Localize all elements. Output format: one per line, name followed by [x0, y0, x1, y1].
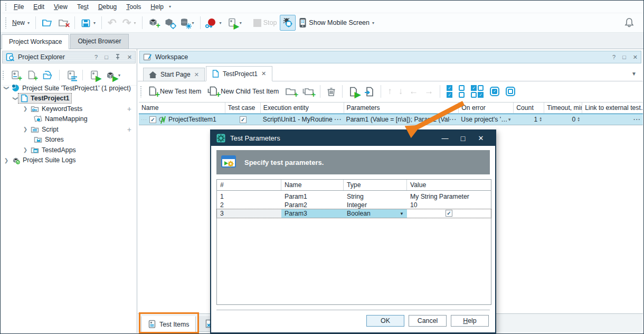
menu-file[interactable]: File [9, 2, 29, 12]
new-child-test-item-button[interactable]: + New Child Test Item [205, 85, 281, 98]
column-header-link-external[interactable]: Link to external test… [582, 103, 643, 113]
column-header-name[interactable]: Name [139, 103, 225, 113]
parameter-row-2[interactable]: 2 Param2 Integer 10 [217, 201, 491, 209]
boolean-value-checkbox-checked[interactable]: ✓ [446, 210, 452, 217]
notifications-button[interactable] [621, 15, 637, 31]
col-number[interactable]: # [217, 180, 281, 190]
pin-icon[interactable] [115, 54, 120, 60]
delete-button[interactable] [324, 84, 338, 99]
execution-entity-value[interactable]: Script\Unit1 - MyRoutine [263, 116, 335, 123]
stop-button[interactable]: Stop [251, 15, 280, 31]
organize-items-button[interactable] [64, 67, 78, 83]
caret-icon[interactable]: ❯ [22, 126, 29, 132]
close-tab-icon[interactable]: ✕ [261, 70, 266, 77]
row-grip[interactable]: ··· [141, 117, 147, 122]
help-icon[interactable]: ? [94, 54, 98, 60]
new-child-group-button[interactable]: + [300, 84, 316, 99]
add-tested-app-button[interactable]: + [146, 15, 161, 31]
count-spinner[interactable]: ▲▼ [539, 117, 542, 122]
add-item-button[interactable]: + [127, 105, 131, 113]
column-header-count[interactable]: Count [514, 103, 544, 113]
toolbar-grip[interactable] [5, 17, 7, 29]
caret-icon[interactable]: ❯ [22, 147, 29, 153]
open-project-button[interactable] [39, 15, 55, 31]
maximize-icon[interactable]: □ [105, 54, 108, 60]
move-down-button[interactable]: ↓ [396, 84, 406, 99]
close-icon[interactable]: ✕ [472, 134, 490, 142]
tree-item-script[interactable]: ❯ Script + [1, 124, 137, 135]
col-type[interactable]: Type [344, 180, 407, 190]
close-tab-icon[interactable]: ✕ [194, 71, 199, 78]
col-name[interactable]: Name [281, 180, 344, 190]
menu-tools[interactable]: Tools [121, 2, 146, 12]
close-project-button[interactable]: ✕ [55, 15, 71, 31]
tree-item-stores[interactable]: Stores [1, 135, 137, 145]
maximize-icon[interactable]: □ [622, 54, 626, 60]
run-project-suite-button[interactable]: ▶ ▾ [103, 67, 123, 83]
test-case-checkbox-checked[interactable]: ✓ [240, 116, 247, 123]
uncheck-all-button[interactable] [456, 84, 467, 99]
invert-checks-button[interactable]: ✓ ✓ [468, 84, 486, 99]
menu-view[interactable]: View [49, 2, 72, 12]
caret-icon[interactable]: ❯ [3, 157, 10, 163]
tree-item-project-suite[interactable]: ❯ Project Suite 'TestProject1' (1 projec… [1, 83, 137, 94]
ellipsis-button[interactable]: ··· [335, 116, 342, 123]
disable-check-button[interactable] [503, 84, 518, 99]
column-header-timeout[interactable]: Timeout, min [544, 103, 582, 113]
add-item-button[interactable]: + [127, 125, 131, 134]
ellipsis-button[interactable]: ··· [633, 116, 641, 123]
column-header-test-case[interactable]: Test case [225, 103, 261, 113]
chevron-down-icon[interactable]: ▼ [507, 117, 512, 122]
cancel-button[interactable]: Cancel [409, 315, 447, 327]
object-spy-button[interactable] [162, 15, 177, 31]
new-group-button[interactable]: + [282, 84, 299, 99]
close-icon[interactable]: ✕ [127, 54, 132, 61]
toolbar-grip[interactable] [5, 3, 7, 11]
add-project-button[interactable]: + [8, 67, 23, 83]
help-button[interactable]: Help [451, 315, 489, 327]
enable-check-button[interactable]: ✓ [487, 84, 502, 99]
move-up-button[interactable]: ↑ [385, 84, 395, 99]
move-right-button[interactable]: → [422, 84, 436, 99]
caret-icon[interactable]: ❯ [4, 85, 10, 91]
menu-overflow-icon[interactable]: ▾ [169, 4, 171, 9]
debug-mode-toggle[interactable] [280, 15, 296, 31]
caret-icon[interactable]: ❯ [13, 95, 18, 101]
menu-debug[interactable]: Debug [93, 2, 121, 12]
open-item-button[interactable] [40, 67, 55, 83]
menu-help[interactable]: Help [146, 2, 168, 12]
chevron-down-icon[interactable]: ▼ [400, 211, 404, 216]
check-all-button[interactable]: ✓ ✓ [444, 84, 455, 99]
timeout-value[interactable]: 0 [572, 116, 575, 123]
tree-item-keywordtests[interactable]: ❯ KeywordTests + [1, 104, 137, 114]
type-dropdown[interactable]: Boolean▼ [344, 209, 407, 218]
column-header-execution-entity[interactable]: Execution entity [261, 103, 344, 113]
undo-button[interactable]: ↶ [105, 15, 119, 31]
tab-project-workspace[interactable]: Project Workspace [2, 34, 69, 49]
parameter-row-1[interactable]: 1 Param1 String My String Parameter [217, 192, 491, 201]
new-item-button[interactable]: + [24, 67, 39, 83]
tab-testproject1[interactable]: TestProject1 ✕ [206, 66, 272, 81]
help-icon[interactable]: ? [612, 54, 615, 60]
tab-list-chevron-icon[interactable]: ▼ [631, 71, 637, 77]
run-selected-item-button[interactable]: ▶ [87, 67, 101, 83]
new-button[interactable]: New▾ [10, 15, 32, 31]
database-tables-button[interactable]: ▾ [177, 15, 197, 31]
tree-item-project-suite-logs[interactable]: ❯ Project Suite Logs [1, 155, 137, 166]
new-test-item-button[interactable]: + New Test Item [145, 85, 204, 98]
tab-object-browser[interactable]: Object Browser [70, 34, 128, 49]
tree-item-testedapps[interactable]: ❯ TestedApps [1, 145, 137, 155]
run-project-button[interactable]: ▶ ▾ [225, 15, 244, 31]
close-icon[interactable]: ✕ [633, 54, 638, 61]
menu-test[interactable]: Test [72, 2, 93, 12]
ok-button[interactable]: OK [366, 315, 404, 327]
save-all-button[interactable]: ▾ [78, 15, 98, 31]
redo-button[interactable]: ↷▾ [120, 15, 139, 31]
show-mobile-screen-button[interactable]: Show Mobile Screen ▾ [296, 15, 377, 31]
timeout-spinner[interactable]: ▲▼ [577, 117, 580, 122]
move-left-button[interactable]: ← [406, 84, 421, 99]
tree-item-testproject1[interactable]: ❯ TestProject1 [1, 94, 137, 104]
count-value[interactable]: 1 [534, 116, 537, 123]
run-focused-item-button[interactable]: ▶ [346, 84, 361, 99]
parameter-row-3-selected[interactable]: 3 Param3 Boolean▼ ✓ [217, 209, 491, 218]
